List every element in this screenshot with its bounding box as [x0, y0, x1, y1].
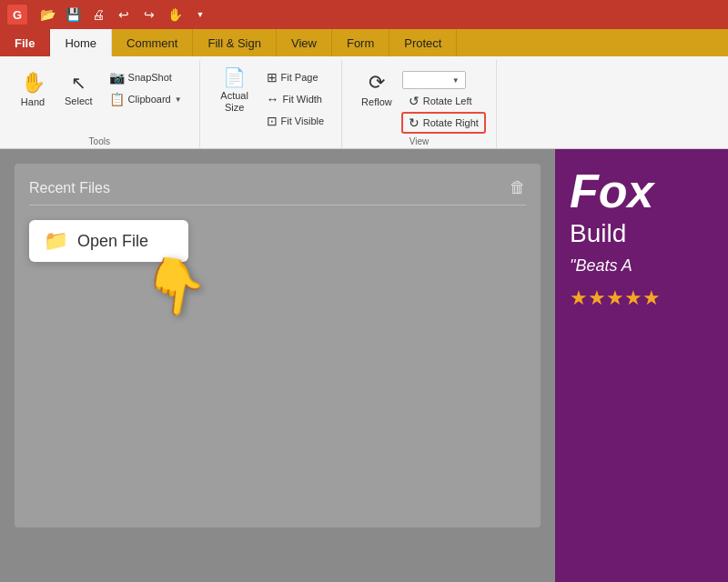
hand-tool-button[interactable]: ✋ Hand — [11, 64, 55, 118]
fit-visible-label: Fit Visible — [281, 115, 324, 126]
tab-comment[interactable]: Comment — [112, 29, 193, 56]
clipboard-label: Clipboard — [128, 94, 171, 105]
size-buttons: 📄 ActualSize ⊞ Fit Page ↔ Fit Width ⊡ Fi… — [211, 60, 330, 143]
clipboard-icon: 📋 — [109, 92, 125, 106]
rotate-left-button[interactable]: ↺ Rotate Left — [402, 91, 485, 111]
ribbon-group-view: ⟳ Reflow ▼ ↺ Rotate Left ↻ Rotate Right — [342, 60, 497, 148]
reflow-label: Reflow — [361, 96, 392, 108]
open-button[interactable]: 📂 — [36, 4, 58, 25]
zoom-dropdown-icon: ▼ — [452, 76, 460, 85]
tab-form[interactable]: Form — [332, 29, 389, 56]
tools-buttons: ✋ Hand ↖ Select 📷 SnapShot 📋 Clipboard ▼ — [11, 60, 188, 133]
left-panel: Recent Files 🗑 📁 Open File 👇 — [0, 149, 555, 582]
fit-page-label: Fit Page — [281, 72, 318, 83]
snapshot-icon: 📷 — [109, 70, 125, 85]
hand-cursor-graphic: 👇 — [133, 246, 216, 326]
select-tool-button[interactable]: ↖ Select — [56, 64, 101, 118]
snapshot-button[interactable]: 📷 SnapShot — [103, 67, 188, 87]
ribbon-tabs: File Home Comment Fill & Sign View Form … — [0, 29, 728, 56]
stamp-button[interactable]: ✋ — [164, 4, 186, 25]
undo-button[interactable]: ↩ — [113, 4, 135, 25]
ribbon-group-tools: ✋ Hand ↖ Select 📷 SnapShot 📋 Clipboard ▼ — [0, 60, 200, 148]
rotate-left-icon: ↺ — [409, 94, 420, 108]
rotate-right-button[interactable]: ↻ Rotate Right — [402, 113, 485, 133]
fit-buttons: ⊞ Fit Page ↔ Fit Width ⊡ Fit Visible — [260, 64, 330, 131]
reflow-button[interactable]: ⟳ Reflow — [353, 64, 400, 118]
select-label: Select — [65, 95, 93, 107]
promo-stars: ★★★★★ — [570, 286, 713, 310]
tab-fill-sign[interactable]: Fill & Sign — [193, 29, 277, 56]
snapshot-label: SnapShot — [128, 72, 172, 83]
rotate-left-label: Rotate Left — [423, 95, 472, 106]
right-panel: Fox Build "Beats A ★★★★★ — [555, 149, 728, 582]
quick-access-toolbar: 📂 💾 🖨 ↩ ↪ ✋ ▼ — [36, 4, 211, 25]
promo-title: Fox — [570, 167, 713, 215]
clipboard-button[interactable]: 📋 Clipboard ▼ — [103, 89, 188, 109]
actual-size-label: ActualSize — [220, 90, 248, 114]
promo-subtitle: Build — [570, 218, 713, 249]
hand-label: Hand — [21, 96, 45, 108]
fit-width-label: Fit Width — [283, 94, 322, 105]
redo-button[interactable]: ↪ — [138, 4, 160, 25]
title-bar: G 📂 💾 🖨 ↩ ↪ ✋ ▼ — [0, 0, 728, 29]
zoom-input[interactable] — [407, 75, 452, 85]
tab-protect[interactable]: Protect — [389, 29, 457, 56]
fit-visible-icon: ⊡ — [267, 114, 278, 128]
reflow-icon: ⟳ — [369, 73, 385, 93]
tab-file[interactable]: File — [0, 29, 50, 56]
view-buttons: ⟳ Reflow ▼ ↺ Rotate Left ↻ Rotate Right — [353, 60, 485, 133]
ribbon-content: ✋ Hand ↖ Select 📷 SnapShot 📋 Clipboard ▼ — [0, 56, 728, 149]
promo-quote: "Beats A — [570, 256, 713, 276]
zoom-input-wrap[interactable]: ▼ — [402, 71, 466, 89]
dropdown-button[interactable]: ▼ — [189, 4, 211, 25]
rotate-right-label: Rotate Right — [423, 117, 479, 128]
view-group-label: View — [353, 133, 485, 148]
tab-home[interactable]: Home — [50, 29, 112, 56]
fit-visible-button[interactable]: ⊡ Fit Visible — [260, 111, 330, 131]
fit-page-button[interactable]: ⊞ Fit Page — [260, 67, 330, 87]
folder-icon: 📁 — [44, 229, 68, 253]
save-button[interactable]: 💾 — [62, 4, 84, 25]
tools-group-label: Tools — [11, 133, 188, 148]
trash-icon[interactable]: 🗑 — [510, 178, 526, 197]
rotate-right-icon: ↻ — [409, 115, 420, 130]
clipboard-dropdown-arrow: ▼ — [175, 95, 182, 104]
fit-width-icon: ↔ — [267, 92, 279, 106]
fit-page-icon: ⊞ — [267, 70, 278, 85]
tools-small-buttons: 📷 SnapShot 📋 Clipboard ▼ — [103, 64, 188, 109]
select-icon: ↖ — [71, 74, 86, 92]
actual-size-icon: 📄 — [223, 68, 246, 86]
actual-size-button[interactable]: 📄 ActualSize — [211, 64, 258, 118]
open-file-label: Open File — [77, 232, 148, 251]
tab-view[interactable]: View — [277, 29, 332, 56]
ribbon-group-size: 📄 ActualSize ⊞ Fit Page ↔ Fit Width ⊡ Fi… — [200, 60, 342, 148]
main-area: Recent Files 🗑 📁 Open File 👇 Fox Build "… — [0, 149, 728, 582]
size-group-label — [211, 143, 330, 148]
recent-files-header: Recent Files 🗑 — [29, 178, 526, 206]
recent-files-title: Recent Files — [29, 180, 110, 196]
view-right-buttons: ▼ ↺ Rotate Left ↻ Rotate Right — [402, 64, 485, 133]
app-icon: G — [7, 5, 27, 25]
hand-icon: ✋ — [21, 73, 46, 93]
print-button[interactable]: 🖨 — [87, 4, 109, 25]
fit-width-button[interactable]: ↔ Fit Width — [260, 89, 330, 109]
recent-files-card: Recent Files 🗑 📁 Open File 👇 — [15, 164, 541, 527]
